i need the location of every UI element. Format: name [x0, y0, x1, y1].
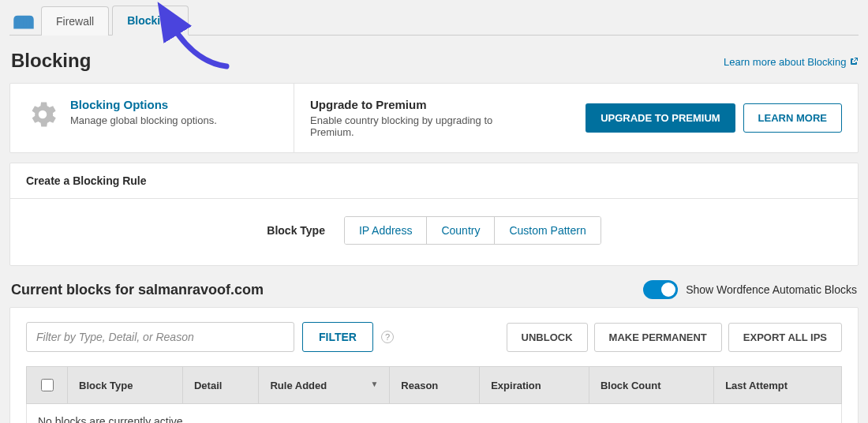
learn-more-text: Learn more about Blocking	[724, 56, 846, 68]
col-reason[interactable]: Reason	[390, 367, 480, 404]
tab-blocking[interactable]: Blocking	[112, 6, 189, 36]
premium-heading: Upgrade to Premium	[310, 98, 515, 111]
current-blocks-header: Current blocks for salmanravoof.com Show…	[11, 280, 857, 299]
col-last-attempt[interactable]: Last Attempt	[714, 367, 842, 404]
block-type-country[interactable]: Country	[427, 217, 495, 244]
unblock-button[interactable]: UNBLOCK	[507, 323, 588, 352]
top-panel: Blocking Options Manage global blocking …	[9, 83, 859, 153]
auto-blocks-toggle[interactable]	[643, 280, 678, 299]
blocking-options-section: Blocking Options Manage global blocking …	[10, 84, 294, 152]
create-rule-card: Create a Blocking Rule Block Type IP Add…	[9, 163, 859, 266]
gear-icon	[26, 98, 59, 138]
learn-more-button[interactable]: LEARN MORE	[743, 103, 842, 133]
blocking-options-heading[interactable]: Blocking Options	[70, 98, 217, 111]
tabs: Firewall Blocking	[9, 5, 859, 36]
premium-desc: Enable country blocking by upgrading to …	[310, 114, 515, 138]
premium-section: Upgrade to Premium Enable country blocki…	[294, 84, 858, 152]
blocks-table: Block Type Detail Rule Added ▼ Reason Ex…	[26, 366, 842, 423]
auto-blocks-label: Show Wordfence Automatic Blocks	[686, 283, 857, 296]
blocks-card: FILTER ? UNBLOCK MAKE PERMANENT EXPORT A…	[9, 307, 859, 423]
wordfence-logo-icon	[13, 8, 35, 30]
export-ips-button[interactable]: EXPORT ALL IPS	[728, 323, 842, 352]
block-type-pattern[interactable]: Custom Pattern	[495, 217, 600, 244]
col-block-count[interactable]: Block Count	[589, 367, 713, 404]
upgrade-button[interactable]: UPGRADE TO PREMIUM	[586, 103, 735, 133]
table-empty-row: No blocks are currently active.	[27, 404, 842, 424]
current-blocks-heading: Current blocks for salmanravoof.com	[11, 282, 264, 298]
sort-caret-icon: ▼	[370, 380, 378, 388]
col-block-type[interactable]: Block Type	[68, 367, 183, 404]
help-icon[interactable]: ?	[381, 331, 394, 343]
filter-button[interactable]: FILTER	[302, 322, 373, 352]
col-checkbox	[27, 367, 68, 404]
col-detail[interactable]: Detail	[182, 367, 259, 404]
block-type-segments: IP Address Country Custom Pattern	[344, 216, 601, 245]
block-type-ip[interactable]: IP Address	[345, 217, 427, 244]
col-rule-added[interactable]: Rule Added ▼	[259, 367, 390, 404]
col-expiration[interactable]: Expiration	[480, 367, 589, 404]
make-permanent-button[interactable]: MAKE PERMANENT	[594, 323, 722, 352]
create-rule-heading: Create a Blocking Rule	[10, 163, 858, 199]
select-all-checkbox[interactable]	[41, 379, 54, 391]
learn-more-link[interactable]: Learn more about Blocking	[724, 56, 859, 68]
blocking-options-desc: Manage global blocking options.	[70, 114, 217, 126]
block-type-label: Block Type	[267, 224, 325, 237]
filter-input[interactable]	[26, 322, 294, 352]
external-link-icon	[849, 57, 859, 66]
tab-firewall[interactable]: Firewall	[41, 6, 109, 36]
col-rule-added-label: Rule Added	[270, 380, 327, 391]
table-empty-message: No blocks are currently active.	[27, 404, 842, 424]
